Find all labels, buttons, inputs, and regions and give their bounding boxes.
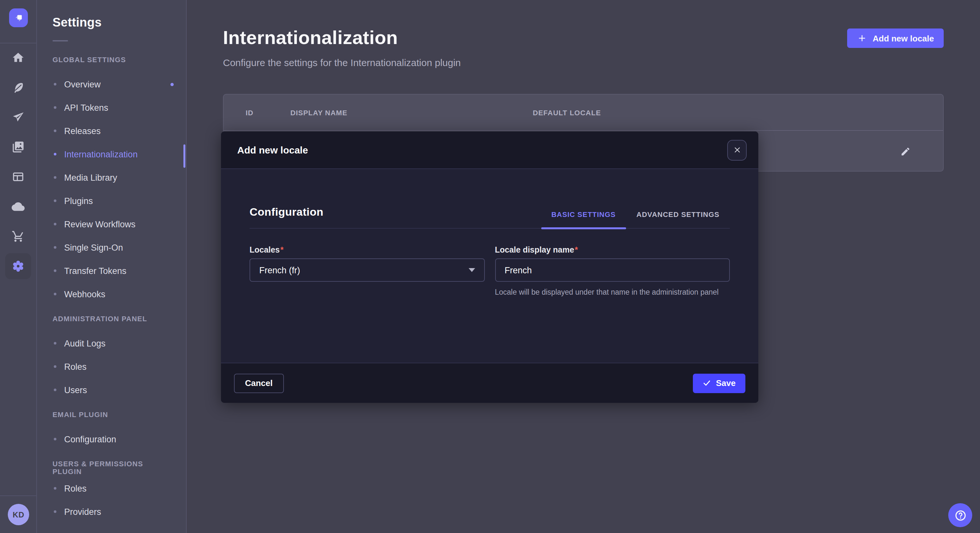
tab-advanced-settings[interactable]: ADVANCED SETTINGS bbox=[626, 211, 730, 228]
modal-title: Add new locale bbox=[237, 144, 308, 155]
locales-label: Locales* bbox=[250, 246, 485, 254]
save-button[interactable]: Save bbox=[692, 373, 745, 393]
save-button-label: Save bbox=[716, 378, 736, 388]
display-name-label-text: Locale display name bbox=[495, 246, 574, 254]
locales-field-group: Locales* French (fr) bbox=[250, 246, 485, 298]
chevron-down-icon bbox=[468, 268, 475, 272]
modal-footer: Cancel Save bbox=[221, 363, 758, 403]
locales-select[interactable]: French (fr) bbox=[250, 259, 485, 282]
locales-label-text: Locales bbox=[250, 246, 280, 254]
required-asterisk: * bbox=[280, 246, 283, 254]
check-icon bbox=[702, 379, 711, 387]
modal-body: Configuration BASIC SETTINGS ADVANCED SE… bbox=[221, 169, 758, 363]
modal-header: Add new locale bbox=[221, 132, 758, 169]
app-window: KD Settings GLOBAL SETTINGS Overview API… bbox=[0, 0, 980, 533]
required-asterisk: * bbox=[575, 246, 578, 254]
close-icon bbox=[733, 146, 740, 154]
locales-select-value: French (fr) bbox=[259, 265, 300, 275]
cancel-button[interactable]: Cancel bbox=[234, 373, 283, 393]
configuration-header: Configuration BASIC SETTINGS ADVANCED SE… bbox=[250, 169, 730, 228]
display-name-field-group: Locale display name* Locale will be disp… bbox=[495, 246, 730, 298]
settings-tabs: BASIC SETTINGS ADVANCED SETTINGS bbox=[541, 211, 730, 228]
tab-basic-settings[interactable]: BASIC SETTINGS bbox=[541, 211, 626, 228]
add-locale-modal: Add new locale Configuration BASIC SETTI… bbox=[221, 132, 758, 403]
configuration-title: Configuration bbox=[250, 206, 323, 228]
display-name-label: Locale display name* bbox=[495, 246, 730, 254]
display-name-input[interactable] bbox=[495, 259, 730, 282]
display-name-hint: Locale will be displayed under that name… bbox=[495, 287, 730, 298]
close-modal-button[interactable] bbox=[727, 140, 747, 160]
locale-form: Locales* French (fr) Locale display name… bbox=[250, 246, 730, 298]
